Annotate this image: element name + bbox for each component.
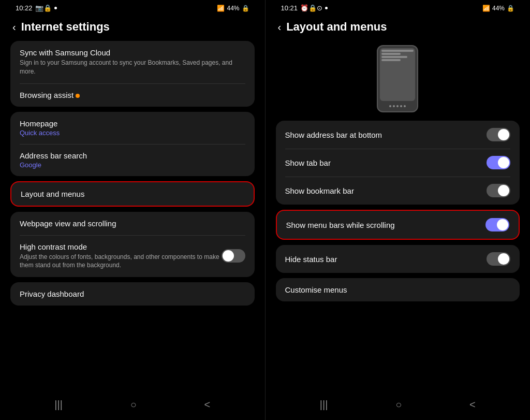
customise-menus-card: Customise menus	[276, 278, 520, 301]
sync-card: Sync with Samsung Cloud Sign in to your …	[10, 41, 255, 107]
right-phone-panel: 10:21 ⏰🔒⊙ 📶 44% 🔒 ‹ Layout and menus	[266, 0, 531, 420]
right-time: 10:21	[281, 4, 298, 12]
browsing-assist-item[interactable]: Browsing assist	[10, 83, 255, 107]
show-menu-bars-label: Show menu bars while scrolling	[286, 221, 395, 229]
layout-menus-item[interactable]: Layout and menus	[11, 182, 254, 206]
high-contrast-title: High contrast mode	[20, 242, 222, 251]
address-bar-bottom-label: Show address bar at bottom	[285, 131, 382, 139]
preview-dot-5	[404, 105, 406, 107]
left-nav-back[interactable]: <	[204, 399, 210, 411]
preview-bottom-bar	[380, 103, 415, 109]
right-lock-icon: 🔒	[507, 5, 514, 12]
homepage-card: Homepage Quick access Address bar search…	[10, 112, 255, 176]
webpage-card: Webpage view and scrolling High contrast…	[10, 212, 255, 278]
orange-dot-icon	[76, 94, 80, 98]
right-signal-icon: 📶	[482, 5, 490, 12]
right-battery: 44%	[492, 5, 505, 12]
customise-menus-item[interactable]: Customise menus	[276, 278, 520, 301]
preview-dot-2	[393, 105, 395, 107]
sync-desc: Sign in to your Samsung account to sync …	[20, 59, 245, 76]
high-contrast-toggle[interactable]	[222, 249, 245, 263]
show-menu-bars-item[interactable]: Show menu bars while scrolling	[276, 210, 520, 240]
right-header: ‹ Layout and menus	[276, 15, 520, 41]
address-bar-bottom-item[interactable]: Show address bar at bottom	[276, 121, 520, 149]
right-nav-back[interactable]: <	[469, 399, 476, 411]
preview-bar-2	[381, 53, 401, 55]
show-tab-bar-label: Show tab bar	[285, 158, 331, 167]
right-status-bar: 10:21 ⏰🔒⊙ 📶 44% 🔒	[276, 0, 520, 15]
hide-status-bar-toggle[interactable]	[487, 252, 510, 266]
homepage-title: Homepage	[20, 119, 245, 128]
right-nav-bar: ||| ○ <	[276, 392, 520, 420]
high-contrast-item[interactable]: High contrast mode Adjust the colours of…	[10, 235, 255, 278]
left-nav-bar: ||| ○ <	[10, 392, 255, 420]
address-bar-bottom-toggle[interactable]	[487, 128, 510, 141]
webpage-view-item[interactable]: Webpage view and scrolling	[10, 212, 255, 235]
left-status-dot	[54, 7, 57, 9]
phone-preview-container	[276, 41, 520, 121]
left-nav-home[interactable]: ○	[130, 399, 137, 411]
preview-bar-1	[381, 50, 414, 52]
left-time: 10:22	[16, 4, 33, 12]
privacy-dashboard-item[interactable]: Privacy dashboard	[10, 282, 255, 306]
phone-preview-image	[377, 45, 418, 112]
right-content: Show address bar at bottom Show tab bar …	[276, 121, 520, 392]
privacy-card: Privacy dashboard	[10, 282, 255, 306]
preview-bar-3	[381, 56, 407, 58]
left-lock-icon: 🔒	[242, 5, 249, 12]
left-status-icons: 📷🔒	[35, 4, 52, 12]
preview-dot-1	[389, 105, 391, 107]
preview-dot-4	[400, 105, 402, 107]
hide-status-card: Hide status bar	[276, 245, 520, 273]
right-page-title: Layout and menus	[286, 20, 387, 34]
left-header: ‹ Internet settings	[10, 15, 255, 41]
preview-bar-4	[381, 59, 401, 61]
show-bookmark-bar-toggle[interactable]	[487, 184, 510, 197]
show-tab-bar-item[interactable]: Show tab bar	[276, 149, 520, 177]
right-nav-home[interactable]: ○	[395, 399, 402, 411]
high-contrast-desc: Adjust the colours of fonts, backgrounds…	[20, 253, 222, 270]
customise-menus-label: Customise menus	[285, 285, 347, 294]
left-content: Sync with Samsung Cloud Sign in to your …	[10, 41, 255, 392]
preview-screen	[380, 48, 415, 101]
address-bar-title: Address bar search	[20, 151, 245, 160]
left-page-title: Internet settings	[21, 20, 110, 34]
show-bookmark-bar-item[interactable]: Show bookmark bar	[276, 177, 520, 205]
left-phone-panel: 10:22 📷🔒 📶 44% 🔒 ‹ Internet settings Syn…	[0, 0, 265, 420]
homepage-item[interactable]: Homepage Quick access	[10, 112, 255, 144]
left-status-bar: 10:22 📷🔒 📶 44% 🔒	[10, 0, 255, 15]
right-back-button[interactable]: ‹	[278, 21, 282, 33]
sync-title: Sync with Samsung Cloud	[20, 48, 245, 57]
left-battery: 44%	[227, 5, 239, 12]
webpage-view-title: Webpage view and scrolling	[20, 219, 245, 228]
sync-item[interactable]: Sync with Samsung Cloud Sign in to your …	[10, 41, 255, 83]
hide-status-bar-label: Hide status bar	[285, 255, 337, 264]
browsing-assist-title: Browsing assist	[20, 91, 245, 99]
hide-status-bar-item[interactable]: Hide status bar	[276, 245, 520, 273]
homepage-subtitle: Quick access	[20, 129, 245, 137]
right-nav-recents[interactable]: |||	[320, 399, 328, 411]
show-bookmark-bar-label: Show bookmark bar	[285, 186, 354, 195]
show-tab-bar-toggle[interactable]	[487, 156, 510, 169]
preview-dot-3	[396, 105, 399, 107]
right-status-icons: ⏰🔒⊙	[300, 4, 322, 12]
privacy-dashboard-title: Privacy dashboard	[20, 289, 245, 298]
layout-settings-card: Show address bar at bottom Show tab bar …	[276, 121, 520, 205]
left-back-button[interactable]: ‹	[12, 21, 16, 33]
right-status-dot	[325, 7, 328, 9]
layout-menus-title: Layout and menus	[21, 190, 244, 198]
layout-menus-card[interactable]: Layout and menus	[10, 181, 255, 207]
address-bar-subtitle: Google	[20, 161, 245, 169]
address-bar-search-item[interactable]: Address bar search Google	[10, 144, 255, 176]
show-menu-bars-toggle[interactable]	[485, 218, 509, 231]
left-nav-recents[interactable]: |||	[54, 399, 63, 411]
left-signal-icon: 📶	[217, 5, 225, 12]
